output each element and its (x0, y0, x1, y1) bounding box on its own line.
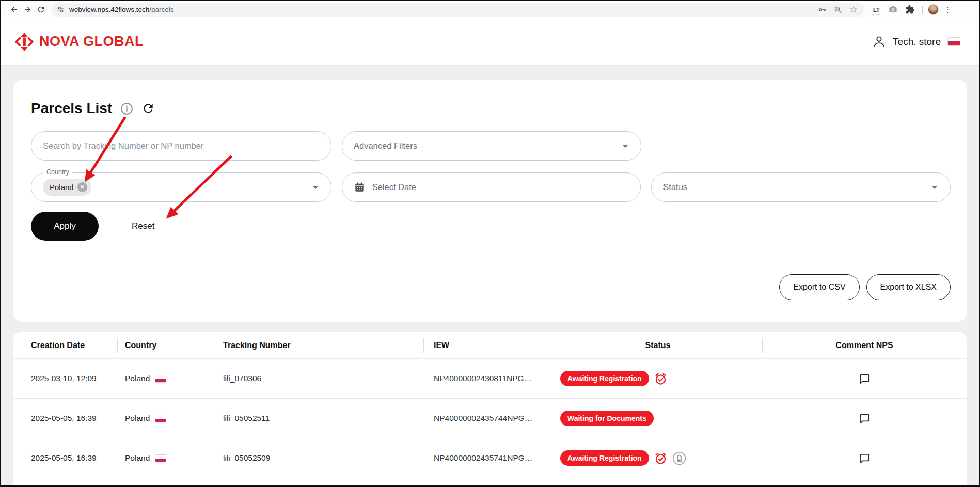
status-cell: Awaiting Registration (554, 438, 762, 478)
country-chip[interactable]: Poland ✕ (43, 179, 91, 196)
profile-avatar[interactable] (928, 4, 939, 15)
zoom-icon[interactable] (832, 4, 844, 16)
chevron-down-icon (619, 140, 631, 152)
country-select[interactable]: Country Poland ✕ (31, 172, 331, 202)
status-select[interactable]: Status (651, 172, 951, 202)
parcels-table-card: Creation DateCountryTracking NumberIEWSt… (13, 332, 967, 485)
column-header-iew: IEW (423, 332, 554, 358)
calendar-icon (354, 181, 366, 193)
parcels-filter-card: Parcels List Advanced Filters (13, 80, 967, 322)
refresh-icon[interactable] (141, 102, 155, 115)
country-cell: Poland (117, 359, 213, 398)
user-icon (872, 35, 886, 49)
filter-card-divider (31, 262, 951, 262)
nova-global-logo-icon (14, 32, 34, 52)
export-csv-button[interactable]: Export to CSV (779, 274, 859, 300)
bookmark-star-icon[interactable]: ☆ (847, 4, 860, 16)
status-badge: Waiting for Documents (560, 411, 654, 426)
poland-flag-icon (947, 37, 960, 46)
url-bar[interactable]: webview.nps.42flows.tech/parcels ☆ (52, 3, 865, 17)
toolbar-separator (922, 6, 923, 14)
table-row: 2025-05-05, 16:39Polandlili_05052509NP40… (13, 438, 967, 478)
extensions-puzzle-icon[interactable] (904, 3, 917, 17)
account-area[interactable]: Tech. store (872, 35, 960, 49)
column-header-tracking-number: Tracking Number (213, 332, 423, 358)
page-title: Parcels List (31, 100, 112, 117)
reset-button[interactable]: Reset (132, 221, 154, 231)
status-cell: Waiting for Documents (554, 399, 762, 438)
browser-extensions-area: LT ⋮ (870, 3, 952, 17)
main-content: Parcels List Advanced Filters (1, 66, 979, 485)
document-icon[interactable] (672, 451, 686, 465)
country-field-label: Country (43, 168, 72, 176)
back-button[interactable] (7, 3, 21, 17)
creation-date-cell: 2025-03-10, 12:09 (13, 359, 117, 398)
browser-window: webview.nps.42flows.tech/parcels ☆ LT ⋮ (0, 0, 980, 487)
reload-button[interactable] (34, 3, 48, 17)
tracking-number-cell: lili_05052509 (213, 438, 423, 478)
creation-date-cell: 2025-05-05, 16:39 (13, 438, 117, 478)
alarm-check-icon[interactable] (654, 372, 668, 386)
country-name: Poland (125, 374, 150, 383)
tracking-number-cell: lili_05052511 (213, 399, 423, 438)
browser-menu-button[interactable]: ⋮ (944, 6, 952, 13)
comment-icon[interactable] (856, 450, 873, 467)
column-header-status: Status (554, 332, 762, 358)
chevron-down-icon (309, 181, 322, 194)
search-input[interactable] (43, 141, 322, 151)
brand-logo[interactable]: NOVA GLOBAL (14, 32, 144, 52)
column-header-country: Country (117, 332, 213, 358)
table-row: 2025-03-10, 12:09Polandlili_070306NP4000… (13, 359, 967, 399)
poland-flag-icon (155, 454, 166, 462)
country-name: Poland (125, 414, 150, 423)
apply-button[interactable]: Apply (31, 212, 99, 241)
forward-button[interactable] (21, 3, 34, 17)
date-placeholder: Select Date (372, 182, 631, 192)
account-label: Tech. store (893, 36, 941, 48)
date-picker-field[interactable]: Select Date (342, 172, 641, 202)
country-name: Poland (125, 453, 150, 463)
status-placeholder: Status (663, 182, 928, 192)
country-cell: Poland (117, 438, 213, 478)
iew-cell: NP40000002435744NPG… (423, 399, 554, 438)
advanced-filters-label: Advanced Filters (354, 141, 619, 151)
poland-flag-icon (155, 375, 166, 383)
table-body: 2025-03-10, 12:09Polandlili_070306NP4000… (13, 359, 967, 478)
iew-cell: NP40000002430811NPG… (423, 359, 554, 398)
url-path: /parcels (149, 6, 173, 13)
password-key-icon[interactable] (816, 4, 829, 16)
chevron-down-icon (928, 181, 941, 194)
column-header-comment-nps: Comment NPS (762, 332, 967, 358)
comment-cell (762, 399, 967, 438)
comment-icon[interactable] (856, 370, 873, 387)
info-icon[interactable] (120, 102, 133, 115)
status-cell: Awaiting Registration (554, 359, 762, 398)
country-chip-label: Poland (50, 183, 74, 192)
status-badge: Awaiting Registration (560, 450, 649, 466)
alarm-check-icon[interactable] (654, 451, 668, 465)
app-header: NOVA GLOBAL Tech. store (1, 18, 979, 66)
poland-flag-icon (155, 415, 166, 422)
comment-cell (762, 438, 967, 478)
advanced-filters-select[interactable]: Advanced Filters (342, 131, 641, 161)
table-row: 2025-05-05, 16:39Polandlili_05052511NP40… (13, 399, 967, 438)
status-badge: Awaiting Registration (560, 371, 649, 386)
url-host: webview.nps.42flows.tech (69, 6, 149, 13)
chip-remove-icon[interactable]: ✕ (77, 182, 87, 192)
site-settings-icon[interactable] (56, 5, 65, 14)
url-text[interactable]: webview.nps.42flows.tech/parcels (69, 6, 813, 13)
languagetool-extension-icon[interactable]: LT (870, 7, 883, 13)
comment-cell (762, 359, 967, 398)
tracking-number-cell: lili_070306 (213, 359, 423, 398)
brand-name: NOVA GLOBAL (39, 34, 144, 50)
browser-toolbar: webview.nps.42flows.tech/parcels ☆ LT ⋮ (1, 1, 979, 18)
column-header-creation-date: Creation Date (13, 332, 117, 358)
country-cell: Poland (117, 399, 213, 438)
table-header-row: Creation DateCountryTracking NumberIEWSt… (13, 332, 967, 359)
search-field[interactable] (31, 131, 331, 161)
creation-date-cell: 2025-05-05, 16:39 (13, 399, 117, 438)
comment-icon[interactable] (856, 410, 873, 427)
camera-extension-icon[interactable] (887, 3, 900, 17)
export-xlsx-button[interactable]: Export to XLSX (866, 274, 951, 300)
iew-cell: NP40000002435741NPG… (423, 438, 554, 478)
